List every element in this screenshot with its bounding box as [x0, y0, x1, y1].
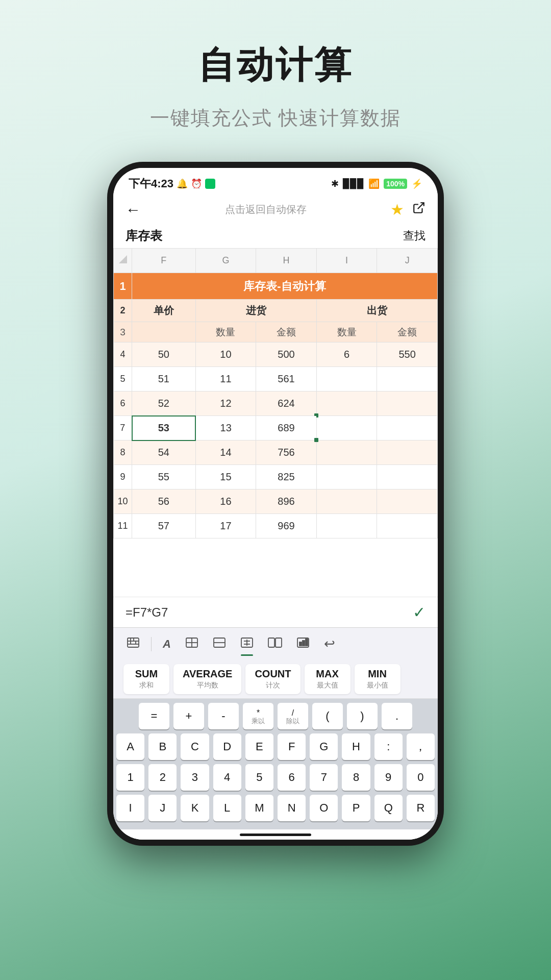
- cell-F2[interactable]: 单价: [132, 300, 196, 322]
- cell-J8[interactable]: [377, 440, 438, 465]
- cell-F3[interactable]: [132, 322, 196, 342]
- col-header-F[interactable]: F: [132, 249, 196, 273]
- min-button[interactable]: MIN 最小值: [355, 664, 400, 694]
- cell-J7[interactable]: [377, 416, 438, 440]
- chart-icon[interactable]: [293, 634, 313, 654]
- key-0[interactable]: 0: [407, 764, 435, 791]
- cell-H6[interactable]: 624: [256, 391, 317, 416]
- cell-H5[interactable]: 561: [256, 367, 317, 391]
- cell-I3[interactable]: 数量: [316, 322, 377, 342]
- key-7[interactable]: 7: [310, 764, 338, 791]
- key-3[interactable]: 3: [181, 764, 209, 791]
- cell-H8[interactable]: 756: [256, 440, 317, 465]
- cell-F6[interactable]: 52: [132, 391, 196, 416]
- key-colon[interactable]: :: [374, 733, 403, 760]
- cell-F10[interactable]: 56: [132, 489, 196, 514]
- cell-I10[interactable]: [316, 489, 377, 514]
- cell-G4[interactable]: 10: [195, 342, 256, 367]
- key-9[interactable]: 9: [374, 764, 403, 791]
- cell-H11[interactable]: 969: [256, 514, 317, 538]
- key-A[interactable]: A: [116, 733, 144, 760]
- cell-G9[interactable]: 15: [195, 465, 256, 489]
- key-plus[interactable]: +: [173, 703, 204, 729]
- key-multiply[interactable]: * 乘以: [243, 703, 273, 729]
- cell-G3[interactable]: 数量: [195, 322, 256, 342]
- cell-GH2[interactable]: 进货: [195, 300, 316, 322]
- key-equals[interactable]: =: [139, 703, 169, 729]
- cell-H3[interactable]: 金额: [256, 322, 317, 342]
- cell-F5[interactable]: 51: [132, 367, 196, 391]
- cell-I7[interactable]: [316, 416, 377, 440]
- enter-icon[interactable]: ↩: [321, 633, 338, 655]
- table-icon[interactable]: [182, 634, 202, 654]
- key-close-paren[interactable]: ): [347, 703, 378, 729]
- key-6[interactable]: 6: [278, 764, 306, 791]
- cell-I4[interactable]: 6: [316, 342, 377, 367]
- key-1[interactable]: 1: [116, 764, 144, 791]
- key-H[interactable]: H: [342, 733, 370, 760]
- cell-F8[interactable]: 54: [132, 440, 196, 465]
- key-4[interactable]: 4: [213, 764, 241, 791]
- formula-display[interactable]: =F7*G7: [126, 605, 413, 620]
- insert-row-icon[interactable]: [210, 634, 229, 654]
- key-G[interactable]: G: [310, 733, 338, 760]
- cell-I6[interactable]: [316, 391, 377, 416]
- cell-J9[interactable]: [377, 465, 438, 489]
- cell-J4[interactable]: 550: [377, 342, 438, 367]
- key-R[interactable]: R: [407, 795, 435, 821]
- formula-confirm-button[interactable]: ✓: [413, 603, 425, 621]
- key-dot[interactable]: .: [382, 703, 412, 729]
- cell-G8[interactable]: 14: [195, 440, 256, 465]
- text-format-icon[interactable]: A: [160, 634, 174, 654]
- key-P[interactable]: P: [342, 795, 370, 821]
- key-N[interactable]: N: [278, 795, 306, 821]
- cell-F4[interactable]: 50: [132, 342, 196, 367]
- cell-J3[interactable]: 金额: [377, 322, 438, 342]
- key-open-paren[interactable]: (: [312, 703, 343, 729]
- find-button[interactable]: 查找: [403, 228, 425, 243]
- key-J[interactable]: J: [148, 795, 177, 821]
- key-minus[interactable]: -: [208, 703, 239, 729]
- back-button[interactable]: ←: [126, 201, 141, 218]
- keyboard-icon-layout[interactable]: [123, 634, 143, 654]
- cell-IJ2[interactable]: 出货: [316, 300, 437, 322]
- key-F[interactable]: F: [278, 733, 306, 760]
- key-L[interactable]: L: [213, 795, 241, 821]
- average-button[interactable]: AVERAGE 平均数: [173, 664, 241, 694]
- sum-button[interactable]: SUM 求和: [123, 664, 169, 694]
- key-B[interactable]: B: [148, 733, 177, 760]
- cell-H10[interactable]: 896: [256, 489, 317, 514]
- count-button[interactable]: COUNT 计次: [245, 664, 300, 694]
- cell-G10[interactable]: 16: [195, 489, 256, 514]
- merge-icon[interactable]: [265, 634, 285, 654]
- cell-H7[interactable]: 689: [256, 416, 317, 440]
- key-Q[interactable]: Q: [374, 795, 403, 821]
- key-E[interactable]: E: [245, 733, 273, 760]
- key-C[interactable]: C: [181, 733, 209, 760]
- cell-H9[interactable]: 825: [256, 465, 317, 489]
- cell-J6[interactable]: [377, 391, 438, 416]
- key-5[interactable]: 5: [245, 764, 273, 791]
- max-button[interactable]: MAX 最大值: [305, 664, 350, 694]
- cell-J5[interactable]: [377, 367, 438, 391]
- cell-I8[interactable]: [316, 440, 377, 465]
- col-header-I[interactable]: I: [316, 249, 377, 273]
- cell-G7[interactable]: 13: [195, 416, 256, 440]
- key-K[interactable]: K: [181, 795, 209, 821]
- cell-G6[interactable]: 12: [195, 391, 256, 416]
- key-comma[interactable]: ，: [407, 733, 435, 760]
- share-button[interactable]: [412, 201, 425, 218]
- cell-F7-selected[interactable]: 53: [132, 416, 196, 440]
- key-O[interactable]: O: [310, 795, 338, 821]
- col-header-G[interactable]: G: [195, 249, 256, 273]
- cell-F9[interactable]: 55: [132, 465, 196, 489]
- cell-G5[interactable]: 11: [195, 367, 256, 391]
- cell-F11[interactable]: 57: [132, 514, 196, 538]
- key-2[interactable]: 2: [148, 764, 177, 791]
- key-M[interactable]: M: [245, 795, 273, 821]
- cell-J10[interactable]: [377, 489, 438, 514]
- key-D[interactable]: D: [213, 733, 241, 760]
- spreadsheet-title-cell[interactable]: 库存表-自动计算: [132, 273, 438, 300]
- key-I[interactable]: I: [116, 795, 144, 821]
- key-8[interactable]: 8: [342, 764, 370, 791]
